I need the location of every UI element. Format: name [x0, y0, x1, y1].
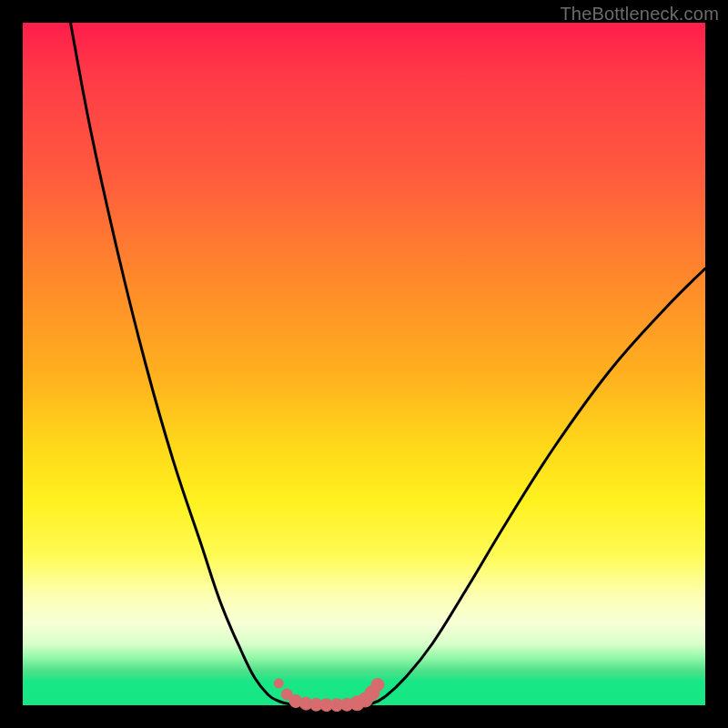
watermark-text: TheBottleneck.com: [560, 4, 719, 25]
valley-marker: [274, 679, 283, 688]
plot-area: [23, 23, 705, 705]
chart-svg: [23, 23, 705, 705]
chart-stage: TheBottleneck.com: [0, 0, 728, 728]
valley-marker-group: [274, 679, 384, 712]
valley-marker: [371, 679, 384, 692]
bottleneck-curve: [71, 23, 706, 705]
